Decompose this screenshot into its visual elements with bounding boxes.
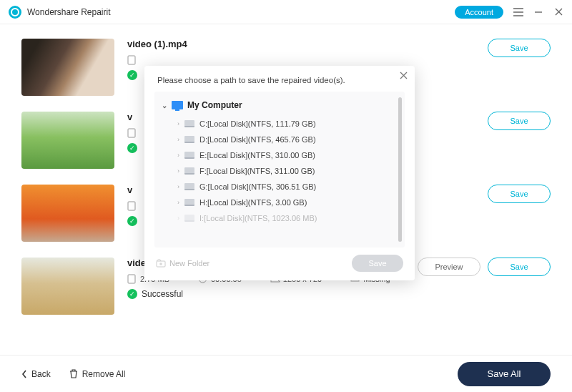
new-folder-label: New Folder — [169, 259, 209, 268]
svg-rect-1 — [128, 129, 135, 137]
new-folder-button[interactable]: New Folder — [156, 259, 209, 268]
back-label: Back — [31, 369, 51, 379]
drive-label: G:[Local Disk](NTFS, 306.51 GB) — [199, 182, 316, 191]
svg-rect-2 — [128, 202, 135, 210]
chevron-right-icon: › — [177, 215, 179, 222]
account-button[interactable]: Account — [455, 6, 503, 19]
menu-icon[interactable] — [513, 7, 523, 17]
save-button[interactable]: Save — [488, 39, 551, 57]
app-title: Wondershare Repairit — [27, 7, 111, 17]
svg-rect-0 — [128, 56, 135, 64]
minimize-icon[interactable] — [533, 7, 543, 17]
chevron-down-icon: ⌄ — [162, 102, 167, 109]
chevron-right-icon: › — [177, 120, 179, 127]
drive-label: H:[Local Disk](NTFS, 3.00 GB) — [199, 198, 307, 207]
drive-item[interactable]: ›I:[Local Disk](NTFS, 1023.06 MB) — [159, 210, 400, 226]
success-icon: ✓ — [127, 70, 137, 80]
drive-icon — [184, 167, 194, 175]
drive-label: D:[Local Disk](NTFS, 465.76 GB) — [199, 135, 316, 144]
video-thumbnail[interactable] — [21, 112, 114, 169]
tree-root-label: My Computer — [187, 100, 242, 110]
video-thumbnail[interactable] — [21, 39, 114, 96]
drive-item[interactable]: ›E:[Local Disk](NTFS, 310.00 GB) — [159, 147, 400, 163]
drive-icon — [184, 136, 194, 143]
drive-icon — [184, 199, 194, 206]
file-icon — [127, 55, 137, 64]
new-folder-icon — [156, 259, 166, 268]
file-icon — [127, 128, 137, 137]
remove-all-button[interactable]: Remove All — [69, 369, 126, 379]
file-icon — [127, 274, 137, 283]
svg-rect-3 — [128, 275, 135, 283]
drive-label: C:[Local Disk](NTFS, 111.79 GB) — [199, 119, 316, 128]
success-icon: ✓ — [127, 289, 137, 299]
dialog-title: Please choose a path to save the repaire… — [144, 76, 415, 92]
footer-bar: Back Remove All Save All — [0, 355, 572, 392]
video-thumbnail[interactable] — [21, 258, 114, 315]
chevron-right-icon: › — [177, 199, 179, 206]
dialog-close-button[interactable] — [400, 72, 408, 79]
dialog-save-button[interactable]: Save — [352, 255, 403, 272]
drive-label: E:[Local Disk](NTFS, 310.00 GB) — [199, 151, 315, 160]
success-icon: ✓ — [127, 216, 137, 226]
back-button[interactable]: Back — [21, 369, 51, 379]
status-text: Successful — [142, 289, 183, 299]
chevron-right-icon: › — [177, 136, 179, 143]
folder-tree[interactable]: ⌄ My Computer ›C:[Local Disk](NTFS, 111.… — [154, 92, 405, 248]
trash-icon — [69, 369, 78, 378]
remove-all-label: Remove All — [82, 369, 126, 379]
drive-item[interactable]: ›H:[Local Disk](NTFS, 3.00 GB) — [159, 195, 400, 210]
video-thumbnail[interactable] — [21, 185, 114, 242]
drive-label: I:[Local Disk](NTFS, 1023.06 MB) — [199, 214, 317, 222]
drive-item[interactable]: ›G:[Local Disk](NTFS, 306.51 GB) — [159, 179, 400, 195]
drive-icon — [184, 215, 194, 222]
file-name: video (1).mp4 — [127, 39, 405, 49]
save-path-dialog: Please choose a path to save the repaire… — [144, 66, 415, 280]
success-icon: ✓ — [127, 143, 137, 153]
app-logo — [9, 6, 21, 19]
chevron-right-icon: › — [177, 183, 179, 190]
close-icon[interactable] — [553, 7, 563, 17]
chevron-right-icon: › — [177, 167, 179, 175]
save-all-button[interactable]: Save All — [458, 362, 551, 386]
file-icon — [127, 201, 137, 210]
computer-icon — [172, 101, 183, 109]
chevron-left-icon — [21, 370, 27, 378]
drive-icon — [184, 120, 194, 127]
drive-icon — [184, 152, 194, 159]
save-button[interactable]: Save — [488, 185, 551, 203]
drive-item[interactable]: ›C:[Local Disk](NTFS, 111.79 GB) — [159, 116, 400, 132]
tree-root-my-computer[interactable]: ⌄ My Computer — [159, 99, 400, 116]
drive-label: F:[Local Disk](NTFS, 311.00 GB) — [199, 167, 315, 175]
drive-icon — [184, 183, 194, 190]
drive-item[interactable]: ›D:[Local Disk](NTFS, 465.76 GB) — [159, 132, 400, 147]
titlebar: Wondershare Repairit Account — [0, 0, 572, 24]
save-button[interactable]: Save — [488, 112, 551, 130]
save-button[interactable]: Save — [488, 258, 551, 276]
preview-button[interactable]: Preview — [418, 258, 480, 276]
drive-item[interactable]: ›F:[Local Disk](NTFS, 311.00 GB) — [159, 163, 400, 179]
chevron-right-icon: › — [177, 152, 179, 159]
